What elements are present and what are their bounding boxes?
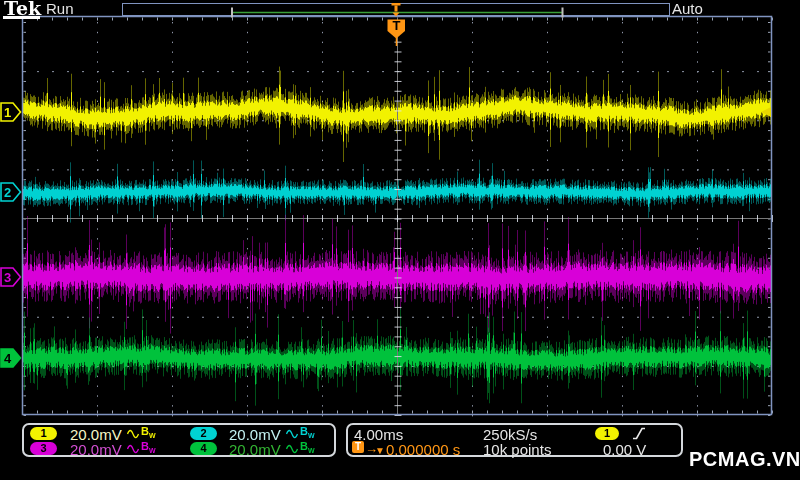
- channel-3-position-marker: 3: [0, 267, 22, 287]
- sample-rate-readout: 250kS/s: [483, 427, 537, 442]
- bandwidth-limit-icon: BW: [300, 441, 315, 456]
- trigger-position-marker: T: [387, 19, 406, 47]
- channel-3-badge: 3: [30, 442, 57, 455]
- timebase-readout: 4.00ms: [354, 427, 403, 442]
- channel-2-scale-readout: 20.0mV: [229, 427, 281, 442]
- record-trigger-position-icon: [389, 3, 404, 18]
- window-right-bracket-icon: [562, 8, 564, 18]
- channel-2-position-marker: 2: [0, 182, 22, 202]
- ac-coupling-icon: [286, 429, 298, 439]
- channel-4-badge: 4: [190, 442, 217, 455]
- bandwidth-limit-icon: BW: [141, 426, 156, 441]
- trigger-level-readout: 0.00 V: [603, 442, 646, 457]
- trigger-source-badge: 1: [595, 427, 619, 440]
- acquisition-status: Run: [46, 1, 74, 17]
- bandwidth-limit-icon: BW: [300, 426, 315, 441]
- oscilloscope-screen: Tek Run Auto T 1 2 3 4: [0, 0, 800, 480]
- channel-1-coupling-icons: BW: [127, 427, 156, 440]
- trigger-level-arrow-icon: [760, 107, 772, 118]
- svg-text:1: 1: [4, 105, 11, 120]
- channel-readout-box: 1 20.0mV BW 2 20.0mV BW 3 20.0mV BW 4 20…: [22, 423, 336, 457]
- channel-2-coupling-icons: BW: [286, 427, 315, 440]
- trigger-mode-readout: Auto: [672, 1, 703, 17]
- timebase-trigger-readout-box: 4.00ms 250kS/s 1 T → ▼ 0.000000 s 10k po…: [346, 423, 683, 457]
- tek-logo-underline: [3, 16, 40, 19]
- window-left-bracket-icon: [231, 8, 233, 18]
- ac-coupling-icon: [286, 444, 298, 454]
- watermark: PCMAG.VN: [689, 449, 800, 469]
- trigger-position-readout: 0.000000 s: [386, 442, 460, 457]
- channel-4-scale-readout: 20.0mV: [229, 442, 281, 457]
- svg-text:4: 4: [4, 351, 12, 366]
- svg-text:T: T: [392, 19, 400, 33]
- channel-1-position-marker: 1: [0, 102, 22, 122]
- svg-text:3: 3: [4, 270, 11, 285]
- channel-3-coupling-icons: BW: [127, 442, 156, 455]
- channel-4-coupling-icons: BW: [286, 442, 315, 455]
- channel-1-badge: 1: [30, 427, 57, 440]
- channel-3-scale-readout: 20.0mV: [70, 442, 122, 457]
- trigger-slope-rising-icon: [632, 427, 646, 440]
- ac-coupling-icon: [127, 444, 139, 454]
- record-length-readout: 10k points: [483, 442, 551, 457]
- ac-coupling-icon: [127, 429, 139, 439]
- channel-1-scale-readout: 20.0mV: [70, 427, 122, 442]
- trigger-time-symbol: T: [352, 441, 364, 453]
- tek-logo: Tek: [4, 0, 41, 17]
- channel-4-position-marker: 4: [0, 348, 22, 368]
- svg-text:2: 2: [4, 185, 11, 200]
- channel-2-badge: 2: [190, 427, 217, 440]
- graticule-and-traces-canvas: [0, 0, 800, 480]
- trigger-delay-marker-icon: ▼: [375, 443, 385, 458]
- bandwidth-limit-icon: BW: [141, 441, 156, 456]
